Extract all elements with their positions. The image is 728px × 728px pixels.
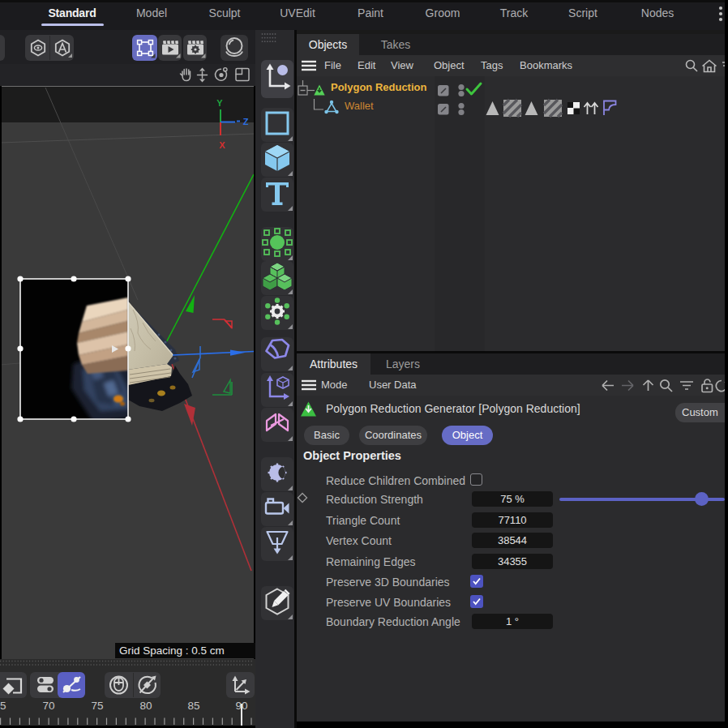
svg-text:Polygon Reduction: Polygon Reduction <box>331 81 427 93</box>
svg-text:X: X <box>219 140 225 150</box>
svg-text:Wallet: Wallet <box>345 100 374 112</box>
svg-text:Y: Y <box>216 98 223 108</box>
svg-text:Z: Z <box>243 117 249 126</box>
